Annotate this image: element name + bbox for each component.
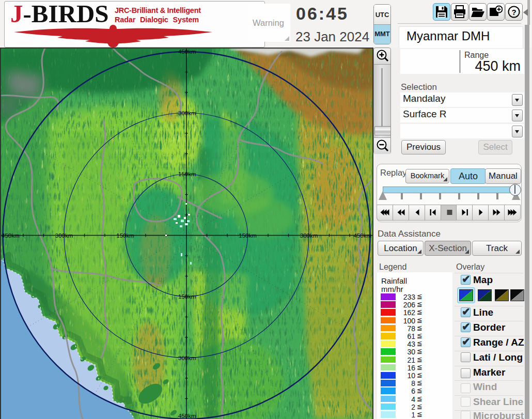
svg-text:450km: 450km	[353, 232, 371, 239]
svg-text:?: ?	[511, 8, 516, 17]
svg-text:150km: 150km	[116, 232, 134, 239]
svg-text:300km: 300km	[178, 110, 196, 116]
svg-text:300km: 300km	[178, 355, 196, 361]
svg-text:450km: 450km	[2, 232, 20, 239]
svg-text:450km: 450km	[178, 413, 196, 419]
svg-text:300km: 300km	[55, 232, 73, 239]
svg-text:150km: 150km	[178, 171, 196, 177]
svg-text:150km: 150km	[178, 293, 196, 300]
svg-text:450km: 450km	[178, 49, 196, 55]
svg-text:150km: 150km	[239, 232, 257, 239]
svg-text:300km: 300km	[300, 232, 318, 239]
